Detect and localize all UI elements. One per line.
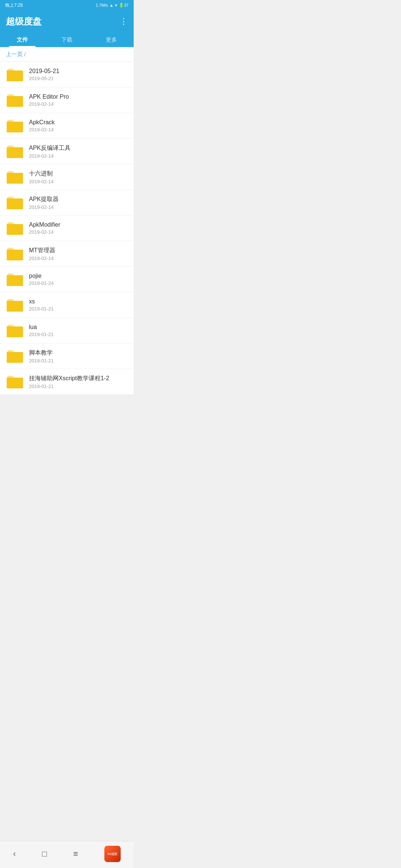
breadcrumb: 上一页 / xyxy=(0,47,134,62)
folder-icon xyxy=(6,195,24,210)
file-name: APK反编译工具 xyxy=(29,144,128,152)
file-info: 十六进制 2019-02-14 xyxy=(29,170,128,184)
file-name: ApkCrack xyxy=(29,119,128,126)
file-name: xs xyxy=(29,298,128,305)
file-date: 2019-02-14 xyxy=(29,256,128,261)
file-name: APK提取器 xyxy=(29,195,128,203)
list-item[interactable]: ApkModifier 2019-02-14 xyxy=(0,216,134,241)
list-item[interactable]: 脚本教学 2019-01-21 xyxy=(0,343,134,369)
list-item[interactable]: APK Editor Pro 2019-02-14 xyxy=(0,88,134,113)
tab-bar: 文件 下载 更多 xyxy=(0,32,134,47)
file-name: 十六进制 xyxy=(29,170,128,178)
file-info: APK Editor Pro 2019-02-14 xyxy=(29,93,128,107)
menu-button[interactable]: ⋮ xyxy=(120,17,128,26)
file-name: MT管理器 xyxy=(29,247,128,254)
speed-indicator: 1.7M/s xyxy=(96,3,108,7)
file-date: 2019-01-21 xyxy=(29,332,128,337)
list-item[interactable]: MT管理器 2019-02-14 xyxy=(0,241,134,267)
app-title: 超级度盘 xyxy=(6,16,42,27)
folder-icon xyxy=(6,93,24,108)
folder-icon xyxy=(6,272,24,287)
file-date: 2019-02-14 xyxy=(29,179,128,184)
list-item[interactable]: 挂海辅助网Xscript教学课程1-2 2019-01-21 xyxy=(0,369,134,395)
folder-icon xyxy=(6,246,24,261)
battery-icon: 🔋37 xyxy=(119,3,128,8)
file-info: ApkModifier 2019-02-14 xyxy=(29,221,128,235)
file-date: 2019-02-14 xyxy=(29,229,128,235)
file-date: 2019-02-14 xyxy=(29,127,128,132)
file-name: 挂海辅助网Xscript教学课程1-2 xyxy=(29,375,128,382)
file-info: ApkCrack 2019-02-14 xyxy=(29,119,128,132)
folder-icon xyxy=(6,349,24,364)
folder-icon xyxy=(6,170,24,184)
folder-icon xyxy=(6,144,24,159)
status-icons: 1.7M/s ▲ ▾ 🔋37 xyxy=(96,3,128,8)
file-info: 2019-05-21 2019-05-21 xyxy=(29,68,128,81)
file-date: 2019-05-21 xyxy=(29,76,128,81)
file-date: 2019-02-14 xyxy=(29,204,128,210)
list-item[interactable]: APK提取器 2019-02-14 xyxy=(0,190,134,216)
status-time: 晚上7:28 xyxy=(5,2,23,9)
list-item[interactable]: pojie 2019-01-24 xyxy=(0,267,134,292)
file-info: 挂海辅助网Xscript教学课程1-2 2019-01-21 xyxy=(29,375,128,389)
tab-downloads[interactable]: 下载 xyxy=(45,32,89,47)
file-date: 2019-02-14 xyxy=(29,153,128,159)
tab-more[interactable]: 更多 xyxy=(89,32,134,47)
file-name: 2019-05-21 xyxy=(29,68,128,75)
file-list: 2019-05-21 2019-05-21 APK Editor Pro 201… xyxy=(0,62,134,421)
file-date: 2019-01-21 xyxy=(29,358,128,364)
list-item[interactable]: 2019-05-21 2019-05-21 xyxy=(0,62,134,88)
file-info: MT管理器 2019-02-14 xyxy=(29,247,128,261)
file-date: 2019-01-21 xyxy=(29,306,128,312)
file-date: 2019-02-14 xyxy=(29,101,128,107)
folder-icon xyxy=(6,374,24,389)
file-info: lua 2019-01-21 xyxy=(29,324,128,337)
file-name: 脚本教学 xyxy=(29,349,128,357)
file-date: 2019-01-24 xyxy=(29,280,128,286)
folder-icon xyxy=(6,221,24,236)
file-info: xs 2019-01-21 xyxy=(29,298,128,312)
list-item[interactable]: ApkCrack 2019-02-14 xyxy=(0,113,134,139)
file-info: pojie 2019-01-24 xyxy=(29,273,128,286)
tab-files[interactable]: 文件 xyxy=(0,32,45,47)
list-item[interactable]: APK反编译工具 2019-02-14 xyxy=(0,139,134,164)
folder-icon xyxy=(6,67,24,82)
file-name: ApkModifier xyxy=(29,221,128,228)
signal-icon: ▲ xyxy=(110,3,114,7)
file-info: APK反编译工具 2019-02-14 xyxy=(29,144,128,159)
file-name: APK Editor Pro xyxy=(29,93,128,100)
breadcrumb-separator: / xyxy=(24,51,26,57)
folder-icon xyxy=(6,118,24,133)
folder-icon xyxy=(6,323,24,338)
file-info: 脚本教学 2019-01-21 xyxy=(29,349,128,364)
folder-icon xyxy=(6,297,24,312)
header: 超级度盘 ⋮ xyxy=(0,10,134,32)
list-item[interactable]: lua 2019-01-21 xyxy=(0,318,134,343)
file-date: 2019-01-21 xyxy=(29,384,128,389)
file-info: APK提取器 2019-02-14 xyxy=(29,195,128,210)
list-item[interactable]: 十六进制 2019-02-14 xyxy=(0,164,134,190)
list-item[interactable]: xs 2019-01-21 xyxy=(0,292,134,318)
file-name: pojie xyxy=(29,273,128,279)
status-bar: 晚上7:28 1.7M/s ▲ ▾ 🔋37 xyxy=(0,0,134,10)
file-name: lua xyxy=(29,324,128,331)
back-button[interactable]: 上一页 xyxy=(6,51,23,58)
wifi-icon: ▾ xyxy=(115,3,117,8)
